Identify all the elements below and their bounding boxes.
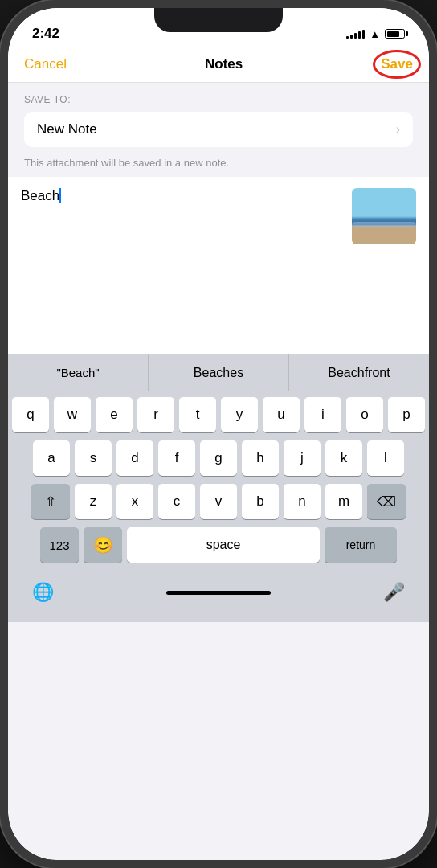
key-f[interactable]: f [158, 440, 195, 476]
key-s[interactable]: s [75, 440, 112, 476]
key-123[interactable]: 123 [40, 527, 79, 563]
note-text: Beach [21, 188, 59, 203]
status-icons: ▲ [346, 28, 405, 40]
key-n[interactable]: n [284, 484, 321, 519]
autocorrect-item-0[interactable]: "Beach" [8, 354, 149, 391]
content-area: SAVE TO: New Note › This attachment will… [8, 83, 429, 354]
key-w[interactable]: w [54, 397, 91, 432]
key-p[interactable]: p [388, 397, 425, 432]
beach-waves [352, 222, 416, 228]
key-y[interactable]: y [221, 397, 258, 432]
autocorrect-item-1[interactable]: Beaches [149, 354, 289, 391]
key-e[interactable]: e [96, 397, 133, 432]
key-d[interactable]: d [116, 440, 153, 476]
phone-screen: 2:42 ▲ Cancel Notes Save [8, 8, 429, 860]
autocorrect-item-2[interactable]: Beachfront [289, 354, 429, 391]
key-x[interactable]: x [116, 484, 153, 519]
cancel-button[interactable]: Cancel [24, 56, 67, 72]
key-m[interactable]: m [325, 484, 362, 519]
status-time: 2:42 [32, 26, 59, 42]
key-u[interactable]: u [263, 397, 300, 432]
key-emoji[interactable]: 😊 [84, 527, 122, 563]
save-to-section: SAVE TO: New Note › [8, 83, 429, 152]
key-l[interactable]: l [367, 440, 404, 476]
keyboard-row-1: q w e r t y u i o p [11, 397, 426, 432]
key-v[interactable]: v [200, 484, 237, 519]
globe-icon[interactable]: 🌐 [32, 582, 54, 603]
home-indicator [166, 591, 271, 595]
nav-title: Notes [205, 56, 243, 72]
key-k[interactable]: k [325, 440, 362, 476]
save-highlight-ring [373, 50, 421, 79]
keyboard-row-2: a s d f g h j k l [11, 440, 426, 476]
save-to-note-label: New Note [37, 121, 97, 137]
microphone-icon[interactable]: 🎤 [383, 582, 405, 603]
keyboard-row-3: ⇧ z x c v b n m ⌫ [11, 484, 426, 519]
phone-frame: 2:42 ▲ Cancel Notes Save [0, 0, 437, 868]
key-space[interactable]: space [127, 527, 320, 563]
nav-bar: Cancel Notes Save [8, 48, 429, 83]
key-c[interactable]: c [158, 484, 195, 519]
keyboard: q w e r t y u i o p a s d f g h j k [8, 391, 429, 574]
save-to-row[interactable]: New Note › [24, 112, 413, 147]
signal-icon [346, 29, 365, 39]
key-b[interactable]: b [242, 484, 279, 519]
key-g[interactable]: g [200, 440, 237, 476]
key-j[interactable]: j [284, 440, 321, 476]
battery-icon [385, 29, 405, 39]
key-shift[interactable]: ⇧ [31, 484, 70, 519]
notch [154, 8, 283, 32]
key-o[interactable]: o [346, 397, 383, 432]
key-backspace[interactable]: ⌫ [367, 484, 406, 519]
autocorrect-bar: "Beach" Beaches Beachfront [8, 354, 429, 391]
text-cursor [59, 188, 61, 203]
keyboard-row-4: 123 😊 space return [11, 527, 426, 563]
beach-image [352, 188, 416, 244]
key-i[interactable]: i [304, 397, 341, 432]
bottom-bar: 🌐 🎤 [8, 574, 429, 622]
note-editor[interactable]: Beach [8, 177, 429, 354]
save-to-label: SAVE TO: [24, 94, 413, 105]
note-thumbnail [352, 188, 416, 244]
save-button-wrapper: Save [381, 56, 413, 72]
note-text-area[interactable]: Beach [21, 188, 344, 342]
save-to-hint: This attachment will be saved in a new n… [8, 152, 429, 177]
key-r[interactable]: r [137, 397, 174, 432]
key-return[interactable]: return [325, 527, 397, 563]
key-q[interactable]: q [12, 397, 49, 432]
key-h[interactable]: h [242, 440, 279, 476]
key-a[interactable]: a [33, 440, 70, 476]
key-z[interactable]: z [75, 484, 112, 519]
wifi-icon: ▲ [370, 28, 380, 40]
key-t[interactable]: t [179, 397, 216, 432]
chevron-right-icon: › [396, 122, 400, 137]
